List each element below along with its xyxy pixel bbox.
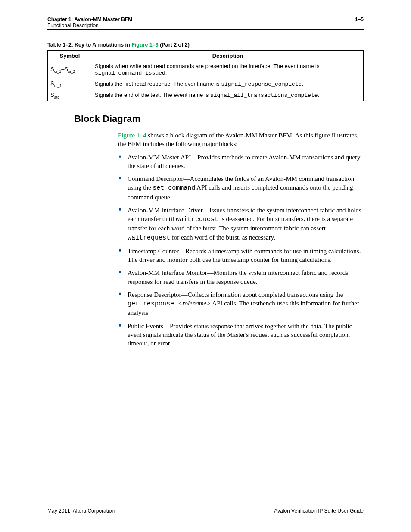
block-list: Avalon-MM Master API—Provides methods to… bbox=[118, 153, 364, 348]
cell-symbol: Sci_1–Sci_2 bbox=[48, 61, 92, 78]
list-item: Timestamp Counter—Records a timestamp wi… bbox=[128, 247, 364, 264]
page-header: Chapter 1: Avalon-MM Master BFM Function… bbox=[47, 16, 364, 30]
col-symbol: Symbol bbox=[48, 51, 92, 61]
cell-symbol: Src_1 bbox=[48, 78, 92, 90]
figure-link[interactable]: Figure 1–3 bbox=[131, 42, 159, 48]
list-item: Avalon-MM Master API—Provides methods to… bbox=[128, 153, 364, 171]
list-item: Avalon-MM Interface Driver—Issues transf… bbox=[128, 206, 364, 243]
list-item: Response Descriptor—Collects information… bbox=[128, 290, 364, 317]
header-section: Functional Description bbox=[47, 22, 132, 28]
table-row: Sci_1–Sci_2 Signals when write and read … bbox=[48, 61, 364, 78]
table-caption: Table 1–2. Key to Annotations in Figure … bbox=[47, 42, 364, 48]
footer-right: Avalon Verification IP Suite User Guide bbox=[274, 508, 364, 514]
intro-paragraph: Figure 1–4 shows a block diagram of the … bbox=[118, 131, 364, 149]
list-item: Command Descriptor—Accumulates the field… bbox=[128, 174, 364, 202]
header-chapter: Chapter 1: Avalon-MM Master BFM bbox=[47, 16, 132, 22]
page-number: 1–5 bbox=[355, 16, 364, 28]
figure-link[interactable]: Figure 1–4 bbox=[118, 132, 146, 139]
page-footer: May 2011 Altera Corporation Avalon Verif… bbox=[47, 508, 364, 514]
cell-description: Signals when write and read commands are… bbox=[92, 61, 364, 78]
table-row: Satc Signals the end of the test. The ev… bbox=[48, 90, 364, 101]
list-item: Public Events—Provides status response t… bbox=[128, 322, 364, 348]
col-description: Description bbox=[92, 51, 364, 61]
cell-description: Signals the first read response. The eve… bbox=[92, 78, 364, 90]
footer-left: May 2011 Altera Corporation bbox=[47, 508, 115, 514]
annotations-table: Symbol Description Sci_1–Sci_2 Signals w… bbox=[47, 50, 364, 101]
cell-description: Signals the end of the test. The event n… bbox=[92, 90, 364, 101]
cell-symbol: Satc bbox=[48, 90, 92, 101]
section-heading: Block Diagram bbox=[74, 113, 364, 124]
list-item: Avalon-MM Interface Monitor—Monitors the… bbox=[128, 268, 364, 286]
table-row: Src_1 Signals the first read response. T… bbox=[48, 78, 364, 90]
